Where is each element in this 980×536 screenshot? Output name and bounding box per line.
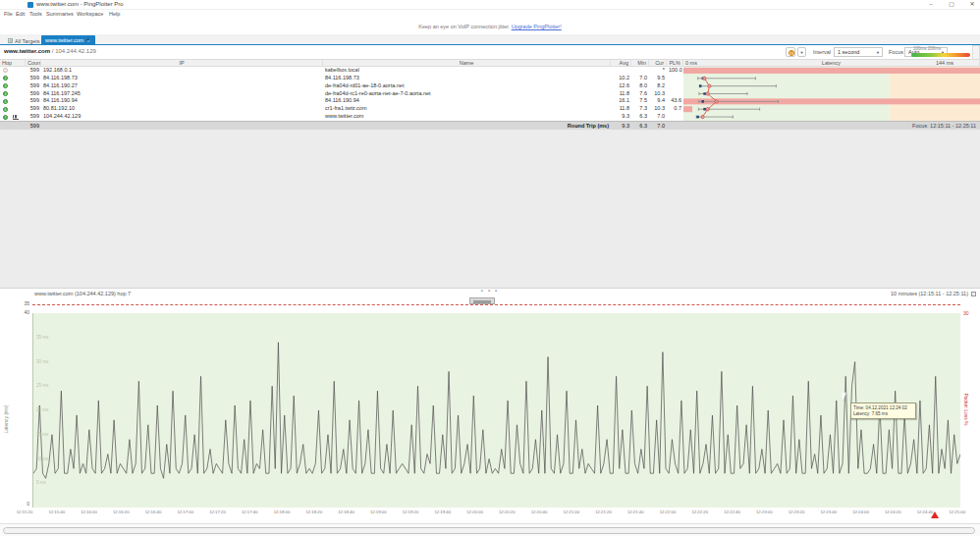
cur-cell: 9.4 [649,97,667,105]
name-cell: kabelbox.local [323,67,611,75]
col-count[interactable]: Count [26,60,41,66]
cur-cell: 7.0 [649,113,667,121]
latency-cell [683,82,980,90]
ip-cell: 80.81.192.10 [41,105,323,113]
hop-status-icon: 1 [3,68,8,73]
x-tick-label: 12:18:20 [299,509,329,514]
maximize-button[interactable]: ▢ [944,0,959,9]
trace-state-dropdown[interactable]: ▼ [797,47,806,57]
pl-cell: 43.6 [667,97,683,105]
interval-select[interactable]: 1 second ▼ [834,47,883,57]
min-cell: 7.0 [631,75,649,82]
y-label-40: 40 [8,309,29,315]
minimize-button[interactable]: – [923,0,939,9]
alert-triangle-icon[interactable] [931,511,939,518]
menu-summaries[interactable]: Summaries [46,11,74,17]
x-tick-label: 12:24:20 [878,509,907,514]
graph-options-icon[interactable] [971,292,976,296]
target-ip: 104.244.42.129 [55,48,96,54]
pl-cell: 0.7 [667,105,683,113]
min-cell: 6.3 [631,113,649,121]
avg-cell [611,67,631,75]
menu-file[interactable]: File [4,11,13,17]
avg-cell: 11.8 [611,90,631,98]
col-pl[interactable]: PL% [667,60,683,66]
min-cell: 7.5 [631,97,649,105]
packet-loss-dash-line [32,304,960,305]
x-tick-label: 12:17:20 [203,509,233,514]
upgrade-link[interactable]: Upgrade PingPlotter! [512,24,562,29]
cur-cell: 10.3 [649,90,667,98]
table-row[interactable]: 559984.116.190.9484.116.190.9416.17.59.4… [0,97,980,105]
min-cell: 7.3 [631,105,649,113]
close-button[interactable]: ✕ [964,0,980,9]
hop-status-icon: 2 [3,76,8,80]
name-cell: www.twitter.com [323,113,611,121]
interval-value: 1 second [838,49,859,55]
tab-all-targets[interactable]: All Targets ✕ [8,36,46,45]
trace-state-button[interactable]: ❙❙ [786,47,795,57]
x-tick-label: 12:16:00 [75,509,104,514]
table-row[interactable]: 7599104.244.42.129www.twitter.com9.36.37… [0,113,980,121]
col-min[interactable]: Min [631,60,649,66]
name-cell: 84.116.198.73 [323,75,611,82]
target-host: www.twitter.com / 104.244.42.129 [4,48,96,54]
col-ip[interactable]: IP [41,60,323,66]
tab-all-targets-label: All Targets [15,38,40,44]
table-row[interactable]: 359984.116.190.27de-fra04d-rd01-ae-18-0.… [0,82,980,90]
time-range-scrollbar[interactable] [3,527,975,534]
col-hop[interactable]: Hop [0,60,26,66]
ip-cell: 84.116.197.245 [41,90,323,98]
grid-label: 25 ms [36,383,48,388]
timeline-range-label[interactable]: 10 minutes (12:15:11 - 12:25:11) [891,291,968,296]
col-latency[interactable]: 0 ms Latency 144 ms [683,60,980,66]
count-cell: 599 [26,90,41,98]
graph-drag-handle[interactable] [469,297,495,304]
hop-cell: 4 [0,90,26,98]
x-tick-label: 12:20:40 [524,509,554,514]
grid-label: 10 ms [36,456,48,461]
count-cell: 599 [26,97,41,105]
x-tick-label: 12:24:00 [846,509,876,514]
table-row[interactable]: 459984.116.197.245de-fra04d-rc1-re0-aort… [0,90,980,98]
x-tick-label: 12:23:00 [749,509,779,514]
col-cur[interactable]: Cur [649,60,667,66]
timeline-plot[interactable] [32,313,960,508]
menu-workspace[interactable]: Workspace [77,11,103,17]
name-cell: 84.116.190.94 [323,97,611,105]
splitter-handle[interactable]: ● ● ● [0,289,980,293]
menu-help[interactable]: Help [109,11,120,17]
target-header-row: www.twitter.com / 104.244.42.129 ❙❙ ▼ In… [0,45,980,59]
hop-cell: 3 [0,82,26,90]
ip-cell: 84.116.198.73 [41,75,323,82]
timeline-scroll-area [0,523,980,536]
pingplotter-window: www.twitter.com - PingPlotter Pro – ▢ ✕ … [0,0,980,536]
chevron-down-icon: ▼ [876,48,880,58]
table-row[interactable]: 1599192.168.0.1kabelbox.local*100.0 [0,67,980,75]
avg-cell: 16.1 [611,97,631,105]
ip-cell: 84.116.190.94 [41,97,323,105]
x-tick-label: 12:17:40 [235,509,264,514]
table-row[interactable]: 259984.116.198.7384.116.198.7310.27.09.5 [0,75,980,82]
table-row[interactable]: 659980.81.192.10cr1-fra1.twttr.com11.87.… [0,105,980,113]
menu-tools[interactable]: Tools [29,11,42,17]
col-avg[interactable]: Avg [611,60,631,66]
latency-tooltip: Time: 04.12.2021 12:24:02 Latency: 7.65 … [850,402,916,419]
latency-cell [683,75,980,82]
tab-twitter-label: www.twitter.com [45,37,83,43]
grid-label: 5 ms [36,480,46,485]
min-cell: 7.6 [631,90,649,98]
latency-col-title: Latency [822,60,841,66]
new-target-button[interactable]: + [86,36,90,43]
packet-loss-axis-max: 30 [963,310,969,316]
pause-icon: ❙❙ [789,50,794,56]
focus-label: Focus [889,49,903,55]
menu-edit[interactable]: Edit [16,11,25,17]
hop-cell: 2 [0,75,26,82]
x-tick-label: 12:20:20 [492,509,521,514]
name-cell: cr1-fra1.twttr.com [323,105,611,113]
col-name[interactable]: Name [323,60,611,66]
x-tick-label: 12:21:00 [557,509,586,514]
hop-cell: 1 [0,67,26,75]
grid-label: 35 ms [36,335,48,340]
